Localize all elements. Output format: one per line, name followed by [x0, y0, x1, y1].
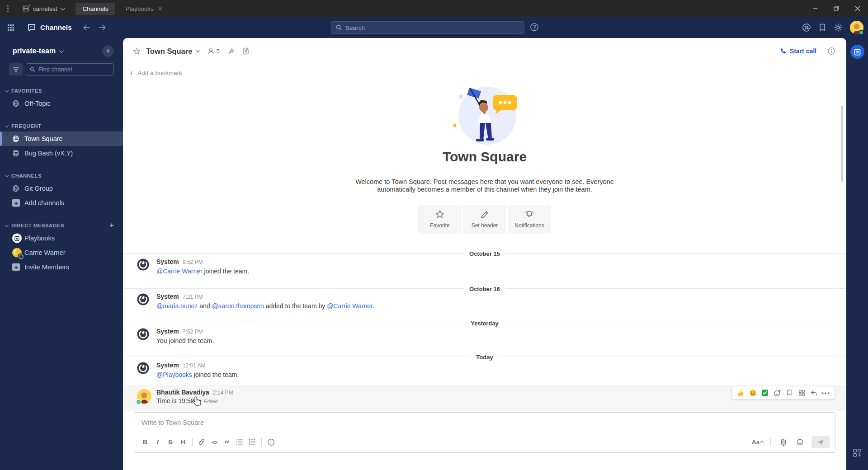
system-post[interactable]: System12:01 AM @Playbooks joined the tea…: [123, 362, 846, 378]
globe-icon: [12, 185, 19, 192]
member-count-button[interactable]: 5: [208, 48, 220, 55]
mention-link[interactable]: @maria.nunez: [156, 302, 198, 310]
date-divider[interactable]: October 16: [123, 285, 846, 292]
set-header-button[interactable]: Set header: [463, 205, 506, 234]
section-favorites[interactable]: FAVORITES: [0, 85, 123, 96]
app-menu-icon[interactable]: [7, 5, 9, 12]
system-post[interactable]: System7:21 PM @maria.nunez and @aaron.th…: [123, 293, 846, 310]
new-direct-message-button[interactable]: +: [109, 222, 114, 229]
section-channels[interactable]: CHANNELS: [0, 170, 123, 181]
numbered-list-button[interactable]: [246, 436, 259, 448]
sidebar-item-bug-bash[interactable]: Bug Bash (vX.Y): [0, 146, 123, 160]
close-window-button[interactable]: [847, 0, 868, 17]
team-name-menu[interactable]: private-team: [13, 47, 56, 55]
reply-button[interactable]: [809, 388, 818, 397]
channel-filter-button[interactable]: [9, 63, 23, 75]
restore-button[interactable]: [826, 0, 847, 17]
format-toggle-button[interactable]: Aa: [752, 439, 764, 446]
send-message-button[interactable]: [811, 436, 830, 448]
italic-button[interactable]: I: [151, 436, 164, 448]
sidebar-item-off-topic[interactable]: Off-Topic: [0, 96, 123, 111]
mention-link[interactable]: @Playbooks: [156, 371, 192, 378]
add-bookmark-bar[interactable]: + Add a bookmark: [123, 64, 846, 82]
thumbsup-reaction-button[interactable]: [736, 388, 745, 397]
emoji-picker-button[interactable]: [793, 436, 806, 448]
search-box[interactable]: [331, 21, 524, 34]
mention-link[interactable]: @aaron.thompson: [212, 302, 264, 310]
grin-reaction-button[interactable]: [748, 388, 757, 397]
quote-button[interactable]: “: [221, 436, 233, 448]
bell-icon: [525, 210, 534, 219]
bulleted-list-button[interactable]: [233, 436, 246, 448]
carrie-avatar-icon: [12, 248, 22, 258]
code-button[interactable]: <>: [208, 436, 221, 448]
saved-posts-icon[interactable]: [818, 23, 826, 32]
attach-file-button[interactable]: [777, 436, 790, 448]
sidebar-item-add-channels[interactable]: + Add channels: [0, 196, 123, 210]
favorite-star-button[interactable]: [133, 47, 141, 55]
check-reaction-button[interactable]: [760, 388, 769, 397]
pinned-posts-button[interactable]: [228, 48, 235, 55]
history-back-icon[interactable]: [83, 24, 90, 31]
notification-preferences-button[interactable]: Notifications: [508, 205, 551, 234]
find-channel-box[interactable]: [26, 63, 114, 75]
close-tab-icon[interactable]: ✕: [158, 5, 163, 12]
bold-button[interactable]: B: [139, 436, 151, 448]
user-avatar[interactable]: [850, 21, 863, 34]
server-selector[interactable]: carrietest: [22, 5, 64, 12]
phone-icon: [780, 48, 787, 55]
minimize-button[interactable]: [804, 0, 826, 17]
globe-icon: [12, 135, 19, 142]
system-post[interactable]: System9:52 PM @Carrie Warner joined the …: [123, 258, 846, 275]
user-avatar[interactable]: ✓: [137, 389, 151, 404]
tab-playbooks[interactable]: Playbooks✕: [119, 3, 170, 15]
sidebar-item-town-square[interactable]: Town Square: [0, 132, 123, 146]
strikethrough-button[interactable]: S: [164, 436, 177, 448]
date-divider[interactable]: October 15: [123, 249, 846, 257]
mention-link[interactable]: @Carrie Warner: [327, 302, 373, 310]
apps-grid-icon[interactable]: [853, 448, 862, 457]
date-divider[interactable]: Yesterday: [123, 319, 846, 326]
message-apps-button[interactable]: [797, 388, 806, 397]
add-reaction-button[interactable]: [773, 388, 782, 397]
mention-link[interactable]: @Carrie Warner: [156, 268, 203, 275]
sidebar-item-invite-members[interactable]: + Invite Members: [0, 260, 123, 274]
sidebar-item-playbooks-dm[interactable]: Playbooks: [0, 231, 123, 245]
channel-intro-title: Town Square: [123, 149, 846, 164]
channel-intro-illustration: [444, 81, 525, 149]
history-forward-icon[interactable]: [99, 24, 106, 31]
settings-gear-icon[interactable]: [834, 23, 843, 32]
section-direct-messages[interactable]: DIRECT MESSAGES+: [0, 220, 123, 231]
mentions-icon[interactable]: [802, 23, 811, 32]
help-icon[interactable]: [530, 23, 539, 32]
message-input[interactable]: [142, 419, 828, 426]
tab-channels[interactable]: Channels: [75, 3, 115, 15]
product-tabs: Channels Playbooks✕: [75, 3, 169, 15]
sidebar-item-git-group[interactable]: Git Group: [0, 181, 123, 196]
sidebar-item-carrie-warner[interactable]: Carrie Warner: [0, 245, 123, 260]
channel-info-button[interactable]: [827, 47, 835, 55]
message-priority-button[interactable]: [264, 436, 277, 448]
add-channels-plus-button[interactable]: +: [102, 45, 114, 57]
server-name: carrietest: [33, 5, 57, 12]
user-post-hovered[interactable]: ✓ Bhautik Bavadiya2:14 PM Time is 19:50 …: [123, 385, 846, 411]
scrollbar-thumb[interactable]: [841, 106, 843, 182]
date-divider[interactable]: Today: [123, 353, 846, 360]
chevron-down-icon: [5, 123, 9, 127]
channel-name-menu[interactable]: Town Square: [146, 47, 198, 56]
favorite-channel-button[interactable]: Favorite: [418, 205, 462, 234]
playbooks-app-button[interactable]: [850, 45, 864, 59]
find-channel-input[interactable]: [38, 66, 110, 73]
section-frequent[interactable]: FREQUENT: [0, 121, 123, 132]
save-message-button[interactable]: [785, 388, 794, 397]
start-call-button[interactable]: Start call: [780, 47, 816, 55]
more-options-button[interactable]: •••: [821, 388, 830, 397]
heading-button[interactable]: H: [177, 436, 189, 448]
channel-files-button[interactable]: [243, 47, 249, 55]
system-post[interactable]: System7:52 PM You joined the team.: [123, 328, 846, 344]
search-input[interactable]: [345, 24, 519, 31]
link-button[interactable]: [195, 436, 208, 448]
post-author[interactable]: Bhautik Bavadiya: [156, 389, 209, 396]
message-composer[interactable]: B I S H <> “ Aa: [134, 412, 835, 453]
product-switcher-icon[interactable]: [7, 24, 14, 31]
